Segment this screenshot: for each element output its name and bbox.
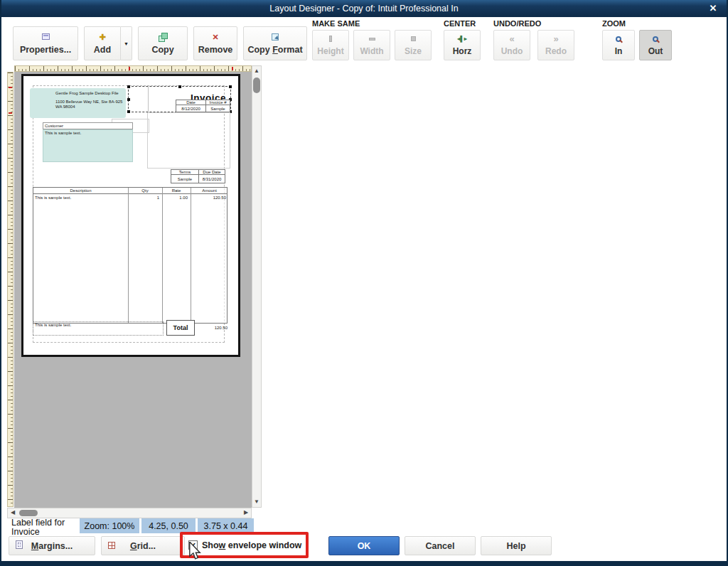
copy-format-button[interactable]: Copy Format (243, 26, 307, 60)
group-make-same-label: MAKE SAME (312, 19, 432, 28)
zoom-in-button[interactable]: In (602, 30, 635, 60)
group-undo-redo: UNDO/REDO « Undo » Redo (493, 19, 574, 60)
properties-icon (42, 33, 50, 40)
margins-label: Margins... (31, 541, 73, 551)
close-icon: ✕ (710, 3, 717, 14)
status-position: 4.25, 0.50 (141, 518, 196, 533)
total-label-field[interactable]: Total (166, 320, 195, 336)
selection-handle[interactable] (178, 85, 181, 88)
customer-label-field[interactable]: Customer (43, 122, 133, 129)
add-button[interactable]: ✚ Add (84, 26, 121, 60)
window-bottom-border (1, 561, 727, 566)
due-date-value: 8/31/2020 (198, 174, 225, 183)
undo-icon: « (509, 35, 514, 43)
ok-button[interactable]: OK (328, 536, 400, 555)
total-value: 120.50 (195, 326, 228, 331)
copy-button[interactable]: Copy (138, 26, 188, 60)
toolbar: Properties... ✚ Add ▼ Copy ✕ Remove (1, 17, 727, 65)
scroll-right-icon[interactable]: ▶ (242, 508, 250, 517)
height-icon (329, 36, 332, 42)
help-button[interactable]: Help (481, 536, 552, 555)
mouse-cursor-icon (188, 542, 201, 560)
margins-icon (16, 540, 23, 549)
selection-handle[interactable] (127, 110, 130, 113)
copy-format-icon (272, 33, 279, 41)
col-qty: Qty (128, 188, 162, 193)
customer-field[interactable]: This is sample text. (43, 129, 133, 162)
grid-icon (108, 542, 115, 549)
scroll-up-icon[interactable]: ▲ (252, 67, 261, 75)
remove-button[interactable]: ✕ Remove (193, 26, 237, 60)
row-description: This is sample text. (35, 196, 71, 201)
center-horz-icon: ◂▌▸ (457, 35, 467, 43)
properties-button[interactable]: Properties... (13, 26, 78, 60)
zoom-out-button[interactable]: Out (639, 30, 672, 60)
dropdown-arrow-icon: ▼ (124, 41, 129, 46)
layout-designer-window: Layout Designer - Copy of: Intuit Profes… (0, 0, 728, 566)
properties-label: Properties... (20, 45, 71, 55)
close-button[interactable]: ✕ (707, 0, 719, 17)
zoom-out-icon (653, 36, 658, 42)
footer-text-field[interactable]: This is sample text. (33, 321, 164, 336)
col-rate: Rate (162, 188, 191, 193)
copy-label: Copy (151, 45, 173, 55)
selection-handle[interactable] (229, 85, 232, 88)
company-address-field[interactable]: Gentle Frog Sample Desktop File 1100 Bel… (30, 88, 126, 118)
ruler-horizontal (14, 65, 252, 72)
company-line1: Gentle Frog Sample Desktop File (55, 91, 119, 96)
redo-button[interactable]: » Redo (537, 30, 574, 60)
col-amount: Amount (191, 188, 228, 193)
copy-icon (159, 33, 167, 41)
grid-button[interactable]: Grid... (101, 536, 185, 555)
items-table[interactable]: Description Qty Rate Amount This is samp… (33, 187, 228, 324)
col-description: Description (33, 188, 128, 193)
show-envelope-label: Show envelope window (202, 540, 301, 550)
vertical-scrollbar[interactable]: ▲ ▼ (252, 65, 262, 508)
layout-rect[interactable] (147, 112, 230, 169)
invoice-page[interactable]: Gentle Frog Sample Desktop File 1100 Bel… (21, 74, 240, 357)
date-value: 8/12/2020 (176, 105, 206, 112)
group-make-same: MAKE SAME Height Width Size (312, 19, 432, 60)
vertical-scroll-thumb[interactable] (253, 78, 260, 93)
horizontal-scrollbar[interactable]: ◀ ▶ (7, 508, 252, 518)
center-horz-button[interactable]: ◂▌▸ Horz (444, 30, 481, 60)
copy-format-label: Copy Format (247, 45, 302, 55)
undo-button[interactable]: « Undo (493, 30, 530, 60)
scroll-left-icon[interactable]: ◀ (9, 508, 17, 517)
scroll-down-icon[interactable]: ▼ (252, 498, 261, 506)
canvas-viewport[interactable]: Gentle Frog Sample Desktop File 1100 Bel… (14, 72, 252, 508)
group-center-label: CENTER (444, 19, 481, 28)
date-invoice-table[interactable]: Date Invoice # 8/12/2020 Sample (176, 100, 230, 112)
status-size: 3.75 x 0.44 (198, 518, 254, 533)
redo-icon: » (553, 35, 558, 43)
terms-table[interactable]: Terms Due Date Sample 8/31/2020 (171, 169, 225, 183)
remove-label: Remove (198, 45, 233, 55)
group-zoom-label: ZOOM (602, 19, 672, 28)
width-icon (369, 38, 375, 41)
design-canvas: Gentle Frog Sample Desktop File 1100 Bel… (7, 65, 262, 518)
invoice-no-value: Sample (205, 105, 230, 112)
row-qty: 1 (128, 196, 159, 201)
cancel-button[interactable]: Cancel (405, 536, 476, 555)
make-same-width-button[interactable]: Width (353, 30, 390, 60)
size-icon (411, 36, 416, 41)
horizontal-scroll-thumb[interactable] (19, 510, 38, 516)
remove-icon: ✕ (212, 33, 218, 41)
add-dropdown-button[interactable]: ▼ (121, 26, 132, 60)
status-field-label: Label field for Invoice (11, 518, 82, 535)
margins-button[interactable]: Margins... (9, 536, 95, 555)
ruler-vertical (7, 72, 14, 507)
group-undo-redo-label: UNDO/REDO (493, 19, 574, 28)
group-zoom: ZOOM In Out (602, 19, 672, 60)
make-same-size-button[interactable]: Size (395, 30, 432, 60)
terms-value: Sample (171, 174, 199, 183)
make-same-height-button[interactable]: Height (312, 30, 349, 60)
company-line3: WA 98004 (55, 105, 75, 110)
window-title: Layout Designer - Copy of: Intuit Profes… (269, 4, 458, 14)
selection-handle[interactable] (127, 98, 130, 101)
grid-label: Grid... (130, 541, 156, 551)
add-icon: ✚ (99, 33, 105, 41)
add-label: Add (94, 45, 111, 55)
status-zoom: Zoom: 100% (80, 518, 139, 533)
selection-handle[interactable] (127, 85, 130, 88)
